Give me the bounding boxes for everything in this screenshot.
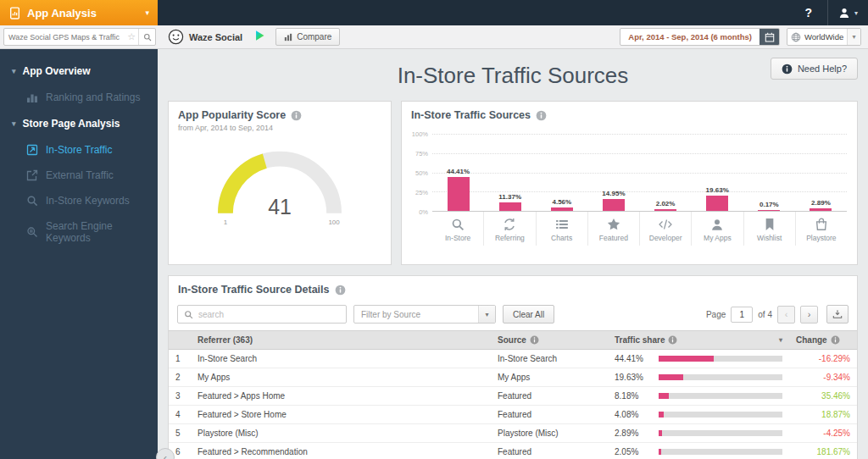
magnifier-icon: [143, 33, 152, 41]
sidebar-item-ranking-and-ratings[interactable]: Ranking and Ratings: [0, 85, 158, 110]
app-search-button[interactable]: [138, 29, 155, 45]
bar[interactable]: [654, 209, 676, 211]
gauge-max-label: 100: [328, 218, 340, 226]
calendar-button[interactable]: [760, 28, 779, 46]
source-cell: Featured: [491, 443, 608, 459]
bar-value-label: 19.63%: [706, 186, 729, 194]
info-icon[interactable]: [536, 110, 547, 121]
traffic-share-track: [659, 393, 782, 399]
app-analysis-menu[interactable]: App Analysis ▾: [0, 0, 158, 25]
info-icon: [668, 335, 677, 345]
category-label: In-Store: [445, 234, 470, 242]
bar-value-label: 11.37%: [498, 193, 521, 201]
table-row[interactable]: 2My AppsMy Apps19.63%-9.34%: [169, 368, 857, 387]
popularity-gauge: 41 1 100: [204, 141, 355, 227]
main-content: Need Help? In-Store Traffic Sources App …: [158, 49, 868, 459]
y-axis-tick: 25%: [415, 189, 428, 196]
filter-by-source-dropdown[interactable]: Filter by Source ▾: [353, 305, 496, 324]
chevron-down-icon: ▾: [145, 8, 149, 17]
row-number-cell: 4: [169, 406, 191, 424]
app-name: Waze Social: [189, 32, 242, 42]
bar[interactable]: [448, 177, 470, 211]
date-range-picker[interactable]: Apr, 2014 - Sep, 2014 (6 months): [620, 28, 780, 46]
sidebar-item-in-store-keywords[interactable]: In-Store Keywords: [0, 188, 158, 213]
sidebar-item-in-store-traffic[interactable]: In-Store Traffic: [0, 137, 158, 163]
export-button[interactable]: [826, 305, 849, 324]
change-header[interactable]: Change: [789, 331, 857, 350]
app-search-box: ☆: [3, 28, 156, 46]
sidebar-item-label: In-Store Traffic: [46, 144, 112, 156]
sidebar-item-label: Search Engine Keywords: [46, 220, 146, 244]
table-row[interactable]: 1In-Store SearchIn-Store Search44.41%-16…: [169, 350, 857, 368]
need-help-label: Need Help?: [798, 64, 847, 74]
table-row[interactable]: 3Featured > Apps HomeFeatured8.18%35.46%: [169, 387, 857, 406]
change-cell: 18.87%: [789, 406, 857, 424]
app-search-input[interactable]: [4, 33, 125, 41]
date-range-value: Apr, 2014 - Sep, 2014 (6 months): [620, 32, 760, 41]
table-row[interactable]: 5Playstore (Misc)Playstore (Misc)2.89%-4…: [169, 424, 857, 443]
region-dropdown[interactable]: WorldWide ▾: [787, 28, 861, 46]
referrer-header[interactable]: Referrer (363): [191, 331, 491, 350]
sort-caret-icon[interactable]: ▾: [779, 336, 782, 344]
traffic-share-cell: 44.41%: [608, 350, 789, 368]
sidebar-item-external-traffic[interactable]: External Traffic: [0, 163, 158, 188]
podium-icon: [26, 91, 38, 103]
sidebar-item-label: In-Store Keywords: [46, 195, 130, 207]
traffic-share-value: 44.41%: [615, 354, 650, 363]
row-number-cell: 5: [169, 424, 191, 443]
user-menu-button[interactable]: ▾: [827, 0, 868, 25]
traffic-share-track: [659, 412, 782, 418]
compare-button[interactable]: Compare: [275, 28, 340, 46]
bar[interactable]: [551, 207, 573, 211]
star-icon: [607, 218, 620, 231]
bar-column-charts: 4.56%: [536, 134, 587, 211]
clear-all-button[interactable]: Clear All: [503, 305, 554, 324]
topbar: App Analysis ▾ ? ▾: [0, 0, 868, 25]
bar[interactable]: [499, 202, 521, 211]
table-row[interactable]: 4Featured > Store HomeFeatured4.08%18.87…: [169, 406, 857, 424]
bar-value-label: 2.02%: [656, 200, 676, 207]
bar[interactable]: [603, 199, 625, 211]
sidebar-section-app-overview[interactable]: ▾App Overview: [0, 58, 158, 85]
bookmark-icon: [763, 218, 776, 231]
toolbar-right: Apr, 2014 - Sep, 2014 (6 months) WorldWi…: [620, 28, 861, 46]
info-icon[interactable]: [291, 110, 302, 121]
next-page-button[interactable]: ›: [800, 306, 818, 324]
bar[interactable]: [810, 208, 832, 211]
compare-label: Compare: [297, 32, 331, 41]
card-title: In-Store Traffic Sources: [411, 109, 531, 121]
traffic-sources-chart: 100%75%50%25%0% 44.41%11.37%4.56%14.95%2…: [402, 124, 857, 264]
category-developer: Developer: [639, 212, 691, 246]
category-in-store: In-Store: [432, 212, 483, 246]
bar-value-label: 44.41%: [447, 168, 470, 175]
table-search-input[interactable]: [198, 310, 340, 319]
traffic-share-cell: 19.63%: [608, 368, 789, 387]
current-app-chip[interactable]: Waze Social: [168, 29, 242, 45]
traffic-share-cell: 2.89%: [608, 424, 789, 443]
sidebar-nav: ▾App OverviewRanking and Ratings▾Store P…: [0, 49, 158, 459]
source-header[interactable]: Source: [491, 331, 608, 350]
prev-page-button[interactable]: ‹: [777, 306, 795, 324]
bar-chart-icon: [284, 33, 292, 41]
sidebar-section-store-page-analysis[interactable]: ▾Store Page Analysis: [0, 110, 158, 137]
category-referring: Referring: [483, 212, 535, 246]
help-button[interactable]: ?: [789, 0, 827, 25]
row-number-header: [169, 331, 191, 350]
favorite-star-icon[interactable]: ☆: [125, 31, 138, 42]
source-cell: In-Store Search: [491, 350, 608, 368]
sidebar-item-search-engine-keywords[interactable]: Search Engine Keywords: [0, 213, 158, 251]
store-selector[interactable]: [254, 30, 265, 45]
category-label: Charts: [551, 234, 572, 242]
table-row[interactable]: 6Featured > RecommendationFeatured2.05%1…: [169, 443, 857, 459]
info-icon[interactable]: [335, 285, 346, 296]
bar[interactable]: [758, 210, 780, 211]
traffic-share-value: 8.18%: [615, 391, 650, 401]
category-my-apps: My Apps: [691, 212, 743, 246]
page-number-input[interactable]: [731, 307, 753, 323]
category-playstore: Playstore: [795, 212, 847, 246]
traffic-share-header[interactable]: Traffic share▾: [608, 331, 789, 350]
chevron-down-icon: ▾: [847, 29, 860, 45]
bar[interactable]: [706, 196, 728, 211]
source-cell: My Apps: [491, 368, 608, 387]
need-help-button[interactable]: Need Help?: [771, 58, 858, 80]
